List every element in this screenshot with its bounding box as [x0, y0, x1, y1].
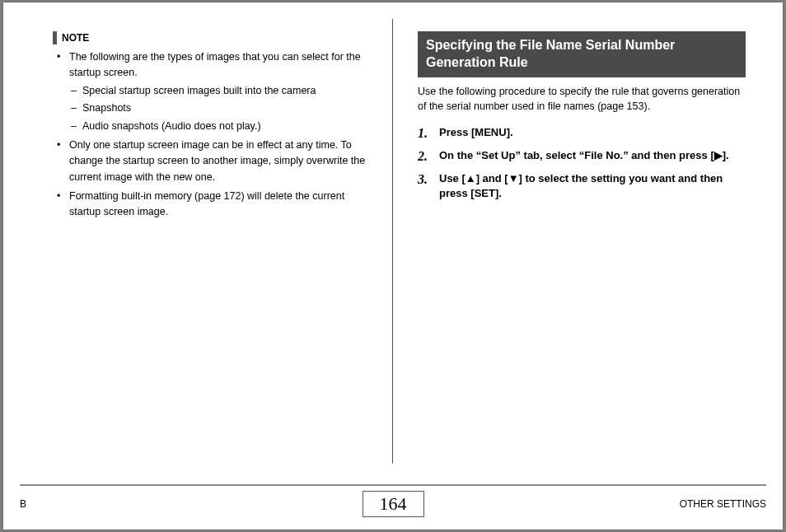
left-column: NOTE The following are the types of imag… [3, 19, 393, 464]
footer-row: B 164 OTHER SETTINGS [3, 491, 783, 517]
section-title: Specifying the File Name Serial Number G… [418, 31, 746, 77]
sub-bullet: Snapshots [82, 100, 367, 116]
step-item: Use [▲] and [▼] to select the setting yo… [418, 171, 746, 201]
bullet-text: The following are the types of images th… [69, 51, 361, 78]
footer-divider [20, 484, 766, 486]
sub-bullet: Special startup screen images built into… [82, 83, 367, 99]
note-bar-icon [53, 31, 57, 44]
step-item: Press [MENU]. [418, 125, 746, 140]
bullet-item: The following are the types of images th… [69, 49, 367, 134]
page-footer: B 164 OTHER SETTINGS [3, 484, 783, 521]
section-intro: Use the following procedure to specify t… [418, 84, 746, 114]
right-column: Specifying the File Name Serial Number G… [393, 19, 783, 464]
footer-left-label: B [20, 498, 185, 510]
sub-bullet: Audio snapshots (Audio does not play.) [82, 119, 367, 134]
bullet-item: Only one startup screen image can be in … [69, 138, 367, 185]
step-item: On the “Set Up” tab, select “File No.” a… [418, 148, 746, 163]
manual-page: NOTE The following are the types of imag… [3, 2, 783, 530]
note-heading: NOTE [53, 31, 367, 44]
step-list: Press [MENU]. On the “Set Up” tab, selec… [418, 125, 746, 202]
footer-right-label: OTHER SETTINGS [601, 498, 766, 510]
sub-list: Special startup screen images built into… [69, 83, 367, 134]
page-number: 164 [363, 491, 424, 517]
content-area: NOTE The following are the types of imag… [3, 2, 783, 464]
note-label: NOTE [62, 32, 89, 44]
bullet-item: Formatting built-in memory (page 172) wi… [69, 189, 367, 221]
note-list: The following are the types of images th… [53, 49, 367, 221]
